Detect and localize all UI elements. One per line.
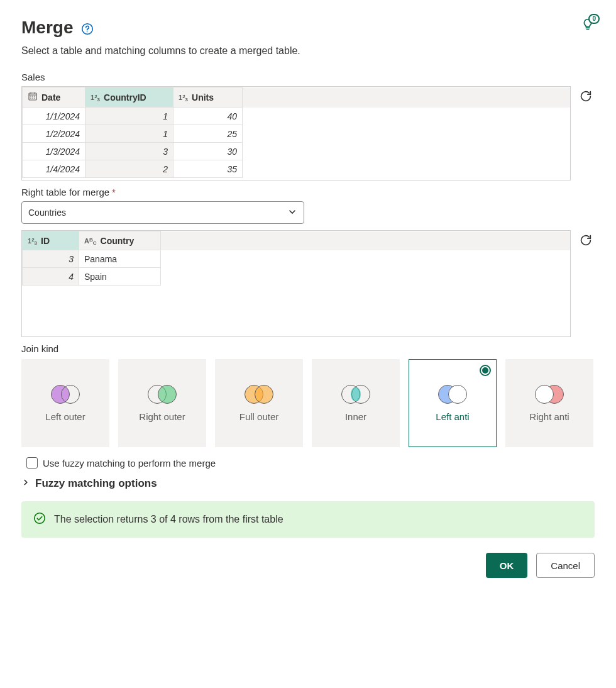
dialog-subtitle: Select a table and matching columns to c… bbox=[21, 45, 300, 57]
join-option-right-anti[interactable]: Right anti bbox=[505, 359, 593, 447]
cell: 1 bbox=[85, 125, 173, 143]
cell: 30 bbox=[173, 143, 243, 160]
table-row: 3 Panama bbox=[23, 250, 570, 268]
right-table-label: Right table for merge bbox=[21, 187, 109, 197]
number-type-icon: 123 bbox=[28, 237, 37, 245]
cell: 3 bbox=[23, 250, 79, 268]
number-type-icon: 123 bbox=[179, 94, 188, 101]
col-label: Units bbox=[192, 92, 214, 103]
spacer bbox=[161, 268, 570, 286]
ideas-icon[interactable]: 0 bbox=[581, 18, 595, 33]
required-indicator: * bbox=[112, 187, 116, 197]
venn-right-anti-icon bbox=[535, 385, 564, 404]
table-row: 1/4/2024 2 35 bbox=[23, 160, 570, 178]
cell: 25 bbox=[173, 125, 243, 143]
join-kind-group: Left outer Right outer Full outer Inner … bbox=[21, 359, 595, 447]
col-label: Date bbox=[41, 92, 60, 103]
col-label: Country bbox=[101, 236, 135, 246]
cancel-button[interactable]: Cancel bbox=[536, 553, 595, 578]
spacer bbox=[243, 143, 570, 160]
svg-point-3 bbox=[35, 513, 45, 524]
join-option-label: Left outer bbox=[45, 411, 85, 422]
cell: 4 bbox=[23, 268, 79, 286]
join-option-left-anti[interactable]: Left anti bbox=[409, 359, 497, 447]
svg-point-1 bbox=[87, 31, 88, 32]
cell: Spain bbox=[79, 268, 161, 286]
cell: 3 bbox=[85, 143, 173, 160]
result-banner-text: The selection returns 3 of 4 rows from t… bbox=[54, 514, 283, 525]
col-header-units[interactable]: 123 Units bbox=[173, 87, 243, 108]
fuzzy-options-label: Fuzzy matching options bbox=[35, 477, 157, 490]
col-header-countryid[interactable]: 123 CountryID bbox=[85, 87, 173, 108]
table-row: 1/3/2024 3 30 bbox=[23, 143, 570, 160]
spacer bbox=[243, 125, 570, 143]
fuzzy-options-expander[interactable]: Fuzzy matching options bbox=[21, 477, 595, 490]
join-option-label: Right anti bbox=[529, 411, 569, 422]
join-option-label: Inner bbox=[345, 411, 366, 422]
cell: 1/1/2024 bbox=[23, 108, 85, 125]
join-option-label: Left anti bbox=[436, 411, 469, 422]
spacer bbox=[243, 87, 570, 108]
help-icon[interactable] bbox=[80, 22, 94, 38]
col-header-id[interactable]: 123 ID bbox=[23, 231, 79, 250]
join-option-full-outer[interactable]: Full outer bbox=[215, 359, 303, 447]
chevron-right-icon bbox=[21, 477, 30, 490]
venn-left-outer-icon bbox=[51, 385, 80, 404]
text-type-icon: ABC bbox=[84, 237, 97, 245]
venn-full-outer-icon bbox=[245, 385, 273, 404]
cell: 2 bbox=[85, 160, 173, 178]
fuzzy-match-label: Use fuzzy matching to perform the merge bbox=[43, 458, 216, 469]
cell: Panama bbox=[79, 250, 161, 268]
cell: 40 bbox=[173, 108, 243, 125]
ideas-badge: 0 bbox=[588, 14, 600, 24]
checkmark-circle-icon bbox=[33, 511, 47, 528]
chevron-down-icon bbox=[287, 207, 297, 219]
table-row: 4 Spain bbox=[23, 268, 570, 286]
col-label: CountryID bbox=[104, 92, 146, 103]
table-row: 1/2/2024 1 25 bbox=[23, 125, 570, 143]
join-option-right-outer[interactable]: Right outer bbox=[118, 359, 206, 447]
fuzzy-match-checkbox[interactable] bbox=[26, 457, 38, 469]
left-table-name: Sales bbox=[21, 72, 595, 82]
radio-selected-icon bbox=[480, 365, 491, 376]
dialog-title: Merge bbox=[21, 18, 73, 38]
ok-button[interactable]: OK bbox=[486, 553, 528, 578]
join-kind-label: Join kind bbox=[21, 343, 595, 354]
join-option-inner[interactable]: Inner bbox=[312, 359, 400, 447]
cell: 35 bbox=[173, 160, 243, 178]
calendar-icon bbox=[28, 91, 38, 103]
refresh-left-table-button[interactable] bbox=[577, 87, 595, 105]
left-table-preview: Date 123 CountryID 123 Units bbox=[21, 86, 571, 180]
join-option-label: Full outer bbox=[239, 411, 279, 422]
number-type-icon: 123 bbox=[91, 94, 100, 101]
venn-right-outer-icon bbox=[148, 385, 177, 404]
join-option-label: Right outer bbox=[139, 411, 185, 422]
result-banner: The selection returns 3 of 4 rows from t… bbox=[21, 501, 595, 538]
spacer bbox=[243, 160, 570, 178]
spacer bbox=[243, 108, 570, 125]
col-header-country[interactable]: ABC Country bbox=[79, 231, 161, 250]
spacer bbox=[161, 231, 570, 250]
refresh-right-table-button[interactable] bbox=[577, 231, 595, 249]
right-table-preview: 123 ID ABC Country 3 Panama bbox=[21, 230, 571, 337]
venn-left-anti-icon bbox=[438, 385, 467, 404]
right-table-select[interactable]: Countries bbox=[21, 201, 304, 224]
col-label: ID bbox=[41, 236, 50, 246]
join-option-left-outer[interactable]: Left outer bbox=[21, 359, 109, 447]
cell: 1/2/2024 bbox=[23, 125, 85, 143]
table-row: 1/1/2024 1 40 bbox=[23, 108, 570, 125]
spacer bbox=[161, 250, 570, 268]
cell: 1/4/2024 bbox=[23, 160, 85, 178]
right-table-select-value: Countries bbox=[28, 208, 66, 218]
venn-inner-icon bbox=[341, 385, 370, 404]
cell: 1 bbox=[85, 108, 173, 125]
cell: 1/3/2024 bbox=[23, 143, 85, 160]
col-header-date[interactable]: Date bbox=[23, 87, 85, 108]
